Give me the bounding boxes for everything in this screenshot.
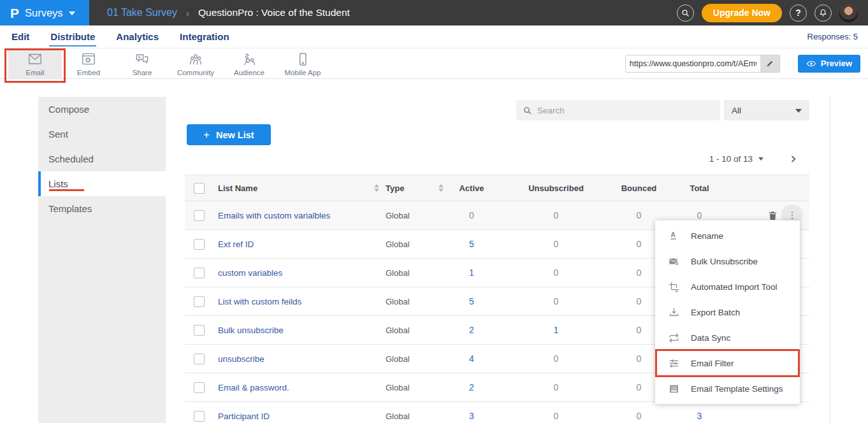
list-name-link[interactable]: Ext ref ID [218,240,254,249]
search-icon[interactable] [677,4,694,22]
tab-label: Analytics [116,31,159,42]
active-count: 5 [446,239,497,249]
header-type: Type [386,183,404,193]
list-name-link[interactable]: custom variables [218,268,282,278]
list-context-menu: A Rename Bulk Unsubscribe Automated Impo… [655,220,800,404]
menu-item-label: Rename [691,231,723,241]
pagination-caret-icon[interactable] [758,157,763,161]
row-checkbox[interactable] [194,325,205,336]
unsubscribed-count: 0 [497,296,615,306]
total-count: 3 [663,411,736,421]
upgrade-now-button[interactable]: Upgrade Now [702,4,782,22]
edit-url-pencil-icon[interactable] [760,55,779,72]
menu-item-bulk-unsubscribe[interactable]: Bulk Unsubscribe [655,248,800,274]
tab-integration[interactable]: Integration [178,27,231,47]
channel-label: Email [26,69,45,76]
unsubscribed-count: 0 [497,354,615,364]
unsubscribed-count: 0 [497,268,615,278]
topbar: P Surveys 01 Take Survey › QuestionPro :… [0,0,868,25]
channel-mobile-app[interactable]: Mobile App [276,48,329,78]
sidebar-item-sent[interactable]: Sent [38,122,166,147]
table-row: Participant ID Global 3 0 0 3 [185,402,809,423]
rename-icon: A [668,230,680,242]
row-checkbox[interactable] [194,239,205,250]
sidebar-item-label: Lists [48,178,68,189]
select-all-checkbox[interactable] [194,183,205,194]
share-icon [134,51,150,68]
help-icon[interactable]: ? [790,4,807,22]
row-checkbox[interactable] [194,354,205,364]
channel-email[interactable]: Email [8,48,62,78]
newlist-row: + New List [185,124,830,145]
channel-community[interactable]: Community [169,48,222,78]
list-name-link[interactable]: Participant ID [218,412,270,421]
email-filter-icon [668,357,680,369]
preview-button[interactable]: Preview [798,55,860,73]
breadcrumb-survey-link[interactable]: 01 Take Survey [107,7,177,18]
menu-item-automated-import-tool[interactable]: Automated Import Tool [655,274,800,299]
row-checkbox[interactable] [194,268,205,278]
menu-item-label: Bulk Unsubscribe [691,257,758,266]
menu-item-data-sync[interactable]: Data Sync [655,325,800,350]
row-checkbox[interactable] [194,382,205,393]
unsubscribed-count: 0 [497,239,615,249]
tab-edit[interactable]: Edit [10,27,31,47]
menu-item-label: Export Batch [691,308,740,317]
row-checkbox[interactable] [194,411,205,422]
menu-item-export-batch[interactable]: Export Batch [655,299,800,325]
search-row: All [185,100,830,120]
active-count: 2 [446,325,497,335]
sidebar-item-compose[interactable]: Compose [38,97,166,122]
menu-item-email-template-settings[interactable]: Email Template Settings [655,376,800,401]
unsubscribed-count: 1 [497,325,615,335]
menu-item-label: Automated Import Tool [691,282,778,292]
menu-item-email-filter[interactable]: Email Filter [655,350,800,376]
list-name-link[interactable]: Emails with custom varialbles [218,211,330,220]
sort-icon[interactable] [374,184,379,192]
sidebar-item-label: Sent [48,129,68,140]
responses-count[interactable]: Responses: 5 [807,32,858,41]
channel-label: Audience [234,69,264,76]
channel-share[interactable]: Share [115,48,169,78]
next-page-chevron-icon[interactable]: › [790,152,797,165]
bounced-count: 0 [615,210,663,220]
menu-item-rename[interactable]: A Rename [655,223,800,248]
audience-icon [241,51,257,68]
new-list-button[interactable]: + New List [187,124,271,145]
active-count: 1 [446,268,497,278]
list-name-link[interactable]: Email & password. [218,383,289,392]
active-count: 0 [446,210,497,220]
sidebar-item-lists[interactable]: Lists [38,171,166,196]
unsubscribed-count: 0 [497,411,615,421]
survey-url-input[interactable] [626,55,760,72]
active-count: 3 [446,411,497,421]
tab-distribute[interactable]: Distribute [49,27,96,47]
template-settings-icon [668,383,680,395]
sidebar-item-scheduled[interactable]: Scheduled [38,147,166,171]
topbar-actions: Upgrade Now ? [677,4,868,22]
notifications-bell-icon[interactable] [814,4,832,22]
nav-tabs: EditDistributeAnalyticsIntegration [10,27,231,47]
list-search-box [516,100,720,120]
list-filter-dropdown[interactable]: All [724,100,809,120]
list-name-link[interactable]: List with custom feilds [218,297,301,306]
tab-analytics[interactable]: Analytics [115,27,160,47]
row-checkbox[interactable] [194,210,205,221]
channel-embed[interactable]: Embed [62,48,115,78]
list-type: Global [386,268,410,278]
list-name-link[interactable]: unsubscribe [218,354,264,364]
list-name-link[interactable]: Bulk unsubscribe [218,326,284,335]
channel-audience[interactable]: Audience [222,48,276,78]
row-checkbox[interactable] [194,296,205,307]
sort-icon[interactable] [438,184,444,192]
search-input[interactable] [537,106,714,115]
header-unsubscribed: Unsubscribed [497,183,615,193]
trash-icon[interactable] [767,209,779,222]
list-type: Global [386,326,410,335]
surveys-product-switcher[interactable]: P Surveys [0,0,89,25]
sidebar-item-templates[interactable]: Templates [38,196,166,221]
channel-label: Embed [77,69,100,76]
survey-url-box [625,55,780,73]
pagination-range[interactable]: 1 - 10 of 13 [709,154,753,164]
avatar[interactable] [839,4,858,22]
